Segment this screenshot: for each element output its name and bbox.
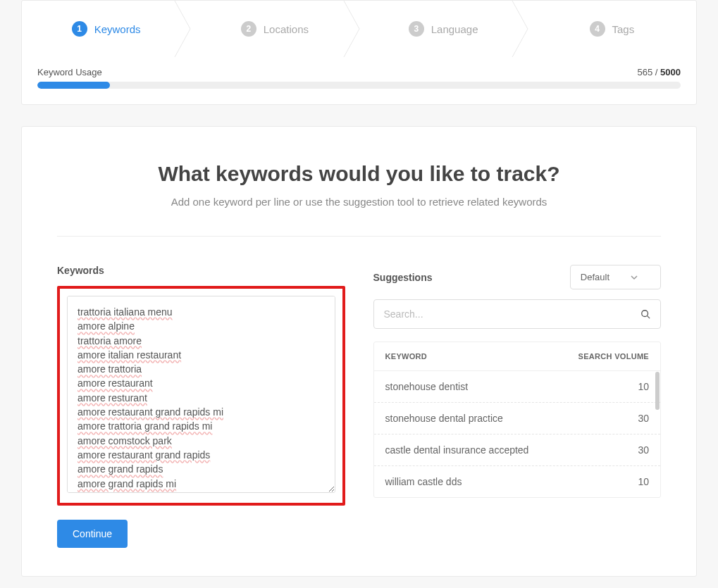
col-keyword: KEYWORD xyxy=(385,352,428,361)
keywords-highlight-box xyxy=(57,286,345,506)
main-card: What keywords would you like to track? A… xyxy=(21,126,697,577)
svg-line-1 xyxy=(648,316,650,319)
page-title: What keywords would you like to track? xyxy=(57,162,661,186)
search-input[interactable] xyxy=(384,308,641,320)
usage-label: Keyword Usage xyxy=(37,67,102,77)
table-row[interactable]: stonehouse dental practice30 xyxy=(374,403,661,434)
step-tags[interactable]: 4 Tags xyxy=(528,1,696,57)
table-row[interactable]: stonehouse dentist10 xyxy=(374,371,661,403)
search-box[interactable] xyxy=(373,299,662,329)
chevron-sep-icon xyxy=(174,1,191,57)
cell-volume: 10 xyxy=(638,381,649,392)
suggestions-table: KEYWORD SEARCH VOLUME stonehouse dentist… xyxy=(373,342,662,498)
suggestions-label: Suggestions xyxy=(373,272,433,283)
chevron-down-icon xyxy=(631,274,638,281)
step-language[interactable]: 3 Language xyxy=(359,1,528,57)
step-keywords[interactable]: 1 Keywords xyxy=(22,1,190,57)
chevron-sep-icon xyxy=(343,1,360,57)
usage-fill xyxy=(37,82,110,89)
col-volume: SEARCH VOLUME xyxy=(578,352,649,361)
table-row[interactable]: william castle dds10 xyxy=(374,466,661,497)
step-label: Language xyxy=(431,23,478,35)
step-locations[interactable]: 2 Locations xyxy=(190,1,359,57)
usage-bar xyxy=(37,82,681,89)
step-num: 3 xyxy=(409,21,424,37)
keywords-column: Keywords Continue xyxy=(57,265,345,548)
step-label: Tags xyxy=(612,23,635,35)
stepper-card: 1 Keywords 2 Locations 3 Language 4 Tags… xyxy=(21,0,697,105)
scrollbar-thumb[interactable] xyxy=(655,372,660,410)
table-header: KEYWORD SEARCH VOLUME xyxy=(374,342,661,371)
search-icon xyxy=(640,309,650,319)
page-subtitle: Add one keyword per line or use the sugg… xyxy=(57,196,661,208)
select-value: Default xyxy=(581,272,609,282)
step-label: Locations xyxy=(264,23,309,35)
keywords-label: Keywords xyxy=(57,265,345,276)
chevron-sep-icon xyxy=(512,1,528,57)
suggestions-select[interactable]: Default xyxy=(570,265,661,289)
cell-volume: 10 xyxy=(638,476,649,487)
table-row[interactable]: castle dental insurance accepted30 xyxy=(374,434,661,466)
cell-keyword: castle dental insurance accepted xyxy=(385,444,529,456)
keyword-usage: Keyword Usage 565 / 5000 xyxy=(22,57,696,104)
usage-count: 565 / 5000 xyxy=(638,67,681,77)
step-num: 4 xyxy=(590,21,605,37)
continue-button[interactable]: Continue xyxy=(57,520,128,548)
suggestions-column: Suggestions Default KEYWORD SEARCH VOLUM… xyxy=(373,265,662,548)
keywords-textarea[interactable] xyxy=(67,296,335,493)
step-num: 1 xyxy=(72,21,87,37)
cell-keyword: stonehouse dentist xyxy=(385,381,469,392)
cell-keyword: william castle dds xyxy=(385,476,462,487)
divider xyxy=(57,236,661,237)
cell-keyword: stonehouse dental practice xyxy=(385,413,503,424)
svg-point-0 xyxy=(642,311,648,317)
stepper: 1 Keywords 2 Locations 3 Language 4 Tags xyxy=(22,1,696,57)
cell-volume: 30 xyxy=(638,444,649,456)
cell-volume: 30 xyxy=(638,413,649,424)
step-label: Keywords xyxy=(94,23,141,35)
step-num: 2 xyxy=(241,21,256,37)
